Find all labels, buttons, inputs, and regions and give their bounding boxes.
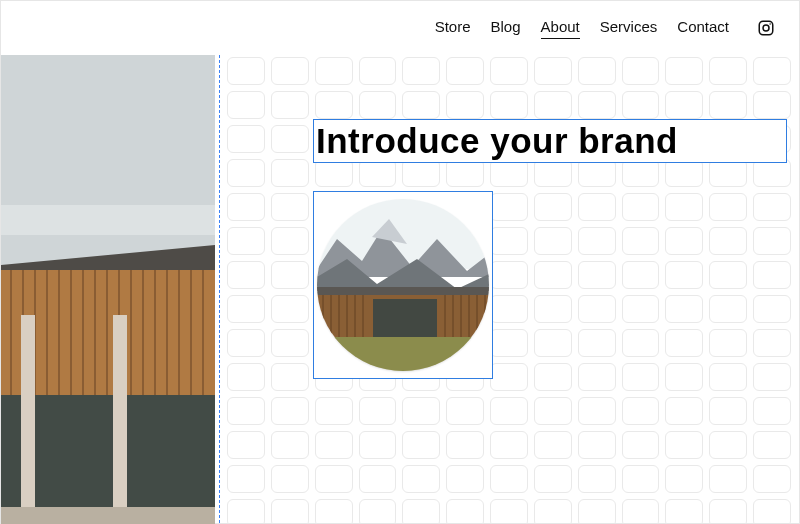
- hero-image[interactable]: [1, 55, 215, 524]
- grid-cell: [753, 193, 791, 221]
- grid-cell: [359, 499, 397, 524]
- grid-cell: [534, 227, 572, 255]
- grid-cell: [534, 397, 572, 425]
- grid-cell: [446, 57, 484, 85]
- grid-cell: [753, 57, 791, 85]
- grid-cell: [315, 91, 353, 119]
- grid-cell: [271, 499, 309, 524]
- nav-link-about[interactable]: About: [541, 18, 580, 39]
- grid-cell: [227, 57, 265, 85]
- grid-cell: [665, 57, 703, 85]
- grid-cell: [271, 125, 309, 153]
- grid-cell: [622, 295, 660, 323]
- grid-cell: [709, 193, 747, 221]
- grid-cell: [446, 159, 484, 187]
- grid-cell: [534, 91, 572, 119]
- nav-link-store[interactable]: Store: [435, 18, 471, 38]
- grid-cell: [578, 431, 616, 459]
- grid-cell: [490, 159, 528, 187]
- grid-cell: [271, 57, 309, 85]
- grid-cell: [490, 295, 528, 323]
- grid-cell: [402, 465, 440, 493]
- grid-cell: [665, 363, 703, 391]
- grid-cell: [622, 363, 660, 391]
- grid-cell: [227, 499, 265, 524]
- grid-cell: [359, 159, 397, 187]
- grid-cell: [622, 329, 660, 357]
- grid-cell: [665, 91, 703, 119]
- grid-cell: [227, 329, 265, 357]
- editor-canvas[interactable]: Introduce your brand: [1, 55, 799, 523]
- grid-cell: [490, 397, 528, 425]
- grid-cell: [578, 295, 616, 323]
- grid-cell: [271, 261, 309, 289]
- grid-cell: [534, 499, 572, 524]
- svg-rect-4: [1, 205, 215, 235]
- grid-cell: [315, 431, 353, 459]
- grid-cell: [359, 397, 397, 425]
- grid-cell: [578, 363, 616, 391]
- grid-cell: [622, 499, 660, 524]
- nav-link-services[interactable]: Services: [600, 18, 658, 38]
- grid-cell: [271, 465, 309, 493]
- nav-link-blog[interactable]: Blog: [491, 18, 521, 38]
- grid-cell: [622, 57, 660, 85]
- grid-cell: [315, 465, 353, 493]
- grid-cell: [709, 431, 747, 459]
- grid-cell: [315, 499, 353, 524]
- grid-cell: [622, 465, 660, 493]
- grid-cell: [622, 91, 660, 119]
- grid-cell: [622, 159, 660, 187]
- grid-cell: [709, 397, 747, 425]
- grid-cell: [359, 465, 397, 493]
- grid-cell: [534, 159, 572, 187]
- grid-cell: [446, 431, 484, 459]
- svg-point-1: [763, 25, 769, 31]
- grid-cell: [227, 295, 265, 323]
- grid-cell: [534, 193, 572, 221]
- grid-cell: [271, 193, 309, 221]
- grid-cell: [622, 193, 660, 221]
- grid-cell: [753, 295, 791, 323]
- svg-point-2: [769, 23, 771, 25]
- grid-cell: [709, 499, 747, 524]
- svg-rect-27: [113, 315, 127, 524]
- grid-cell: [665, 193, 703, 221]
- grid-cell: [578, 57, 616, 85]
- grid-cell: [359, 91, 397, 119]
- grid-cell: [490, 363, 528, 391]
- grid-cell: [271, 91, 309, 119]
- grid-cell: [753, 397, 791, 425]
- top-nav: Store Blog About Services Contact: [1, 1, 799, 55]
- grid-cell: [622, 431, 660, 459]
- grid-cell: [227, 397, 265, 425]
- grid-cell: [665, 159, 703, 187]
- nav-link-contact[interactable]: Contact: [677, 18, 729, 38]
- grid-cell: [665, 261, 703, 289]
- grid-cell: [578, 397, 616, 425]
- grid-cell: [709, 363, 747, 391]
- grid-cell: [709, 57, 747, 85]
- grid-cell: [665, 295, 703, 323]
- grid-cell: [490, 499, 528, 524]
- grid-cell: [271, 295, 309, 323]
- grid-cell: [490, 465, 528, 493]
- grid-cell: [227, 465, 265, 493]
- heading-text[interactable]: Introduce your brand: [316, 121, 678, 161]
- heading-text-block[interactable]: Introduce your brand: [313, 119, 787, 163]
- image-block[interactable]: [313, 191, 493, 379]
- image-circle-mask: [317, 199, 489, 371]
- grid-cell: [490, 57, 528, 85]
- grid-cell: [665, 397, 703, 425]
- grid-cell: [622, 261, 660, 289]
- svg-rect-50: [317, 337, 489, 371]
- grid-cell: [709, 159, 747, 187]
- grid-cell: [359, 57, 397, 85]
- grid-cell: [402, 397, 440, 425]
- grid-cell: [446, 91, 484, 119]
- alignment-guide-vertical: [219, 55, 220, 523]
- grid-cell: [709, 91, 747, 119]
- grid-cell: [665, 227, 703, 255]
- instagram-icon[interactable]: [757, 19, 775, 37]
- grid-cell: [753, 227, 791, 255]
